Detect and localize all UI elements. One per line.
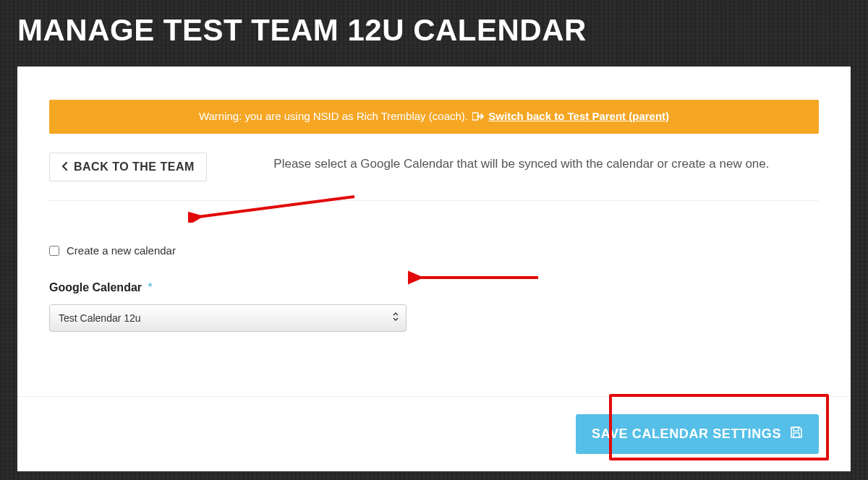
google-calendar-select-wrap: Test Calendar 12u [49,304,407,332]
svg-rect-2 [793,433,799,437]
google-calendar-label: Google Calendar * [49,281,819,294]
save-floppy-icon [790,426,803,442]
required-indicator: * [148,281,152,293]
calendar-form: Create a new calendar Google Calendar * … [49,244,819,332]
google-calendar-select-value: Test Calendar 12u [59,312,141,324]
content-card: Warning: you are using NSID as Rich Trem… [17,67,851,471]
back-button-label: BACK TO THE TEAM [74,160,195,173]
save-button-label: SAVE CALENDAR SETTINGS [592,427,781,442]
page-title: MANAGE TEST TEAM 12U CALENDAR [0,0,868,48]
warning-banner: Warning: you are using NSID as Rich Trem… [49,100,819,134]
switch-user-icon [472,111,484,124]
google-calendar-label-text: Google Calendar [49,281,142,293]
create-new-calendar-label: Create a new calendar [67,244,176,257]
save-calendar-settings-button[interactable]: SAVE CALENDAR SETTINGS [576,414,819,454]
section-divider [49,200,819,201]
google-calendar-select[interactable]: Test Calendar 12u [49,304,407,332]
warning-text: Warning: you are using NSID as Rich Trem… [199,110,468,122]
card-footer: SAVE CALENDAR SETTINGS [17,396,851,471]
chevron-left-icon [61,160,68,173]
switch-back-link[interactable]: Switch back to Test Parent (parent) [488,110,669,122]
annotation-arrow-checkbox [188,194,362,223]
instruction-text: Please select a Google Calendar that wil… [224,153,819,171]
back-to-team-button[interactable]: BACK TO THE TEAM [49,153,207,181]
create-new-calendar-row[interactable]: Create a new calendar [49,244,819,257]
create-new-calendar-checkbox[interactable] [49,246,59,256]
